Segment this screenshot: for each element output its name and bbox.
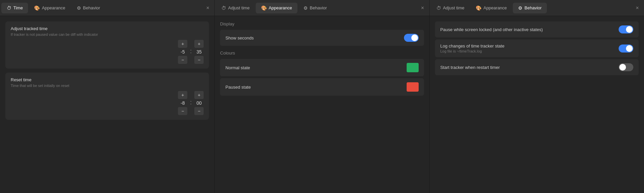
show-seconds-knob xyxy=(411,34,418,41)
tab-behavior-3[interactable]: ⚙ Behavior xyxy=(513,3,547,13)
paused-state-color[interactable] xyxy=(407,82,419,92)
hours-value-1: -5 xyxy=(178,49,187,55)
panel-behavior: ⏱ Adjust time 🎨 Appearance ⚙ Behavior × … xyxy=(430,0,644,193)
time-icon-2: ⏱ xyxy=(221,5,226,11)
minutes-stepper-2: + 00 − xyxy=(194,91,204,115)
hours-increment-2[interactable]: + xyxy=(178,91,187,99)
panel-time: ⏱ Time 🎨 Appearance ⚙ Behavior × Adjust … xyxy=(0,0,215,193)
minutes-decrement-2[interactable]: − xyxy=(194,107,204,115)
minutes-value-1: 35 xyxy=(194,49,204,55)
panel3-content: Pause while screen locked (and other ina… xyxy=(430,16,644,193)
tab-behavior-1-label: Behavior xyxy=(83,5,100,10)
start-tracker-restart-text: Start tracker when restart timer xyxy=(440,65,500,70)
show-seconds-toggle[interactable] xyxy=(404,34,419,42)
appearance-icon-1: 🎨 xyxy=(34,5,40,11)
tab-appearance-3-label: Appearance xyxy=(483,5,507,10)
tab-bar-2: ⏱ Adjust time 🎨 Appearance ⚙ Behavior × xyxy=(215,0,429,16)
log-changes-sublabel: Log file is ~/timeTrack.log xyxy=(440,49,504,53)
reset-time-title: Reset time xyxy=(11,77,204,82)
behavior-icon-2: ⚙ xyxy=(303,5,308,11)
log-changes-row: Log changes of time tracker state Log fi… xyxy=(435,39,639,57)
reset-time-card: Reset time Time that will be set initial… xyxy=(5,73,209,120)
tab-behavior-3-label: Behavior xyxy=(524,5,542,10)
close-button-1[interactable]: × xyxy=(204,4,212,12)
log-changes-toggle[interactable] xyxy=(619,44,633,53)
start-tracker-restart-toggle[interactable] xyxy=(619,63,633,71)
time-sep-1: : xyxy=(190,48,192,55)
log-changes-label: Log changes of time tracker state xyxy=(440,43,504,49)
time-icon: ⏱ xyxy=(7,5,11,11)
minutes-increment-1[interactable]: + xyxy=(194,40,204,48)
tab-behavior-2[interactable]: ⚙ Behavior xyxy=(298,3,332,13)
start-tracker-restart-knob xyxy=(619,64,626,71)
pause-screen-locked-label: Pause while screen locked (and other ina… xyxy=(440,27,543,32)
tab-behavior-2-label: Behavior xyxy=(310,5,327,10)
adjust-time-controls: + -5 − : + 35 − xyxy=(11,40,204,64)
minutes-increment-2[interactable]: + xyxy=(194,91,204,99)
start-tracker-restart-label: Start tracker when restart timer xyxy=(440,65,500,70)
tab-appearance-2[interactable]: 🎨 Appearance xyxy=(256,3,297,13)
hours-stepper-1: + -5 − xyxy=(178,40,187,64)
start-tracker-restart-row: Start tracker when restart timer xyxy=(435,59,639,75)
log-changes-text: Log changes of time tracker state Log fi… xyxy=(440,43,504,53)
reset-time-controls: + -8 − : + 00 − xyxy=(11,91,204,115)
tab-adjust-3[interactable]: ⏱ Adjust time xyxy=(431,3,470,13)
pause-screen-locked-knob xyxy=(626,26,633,33)
paused-state-label: Paused state xyxy=(225,85,251,90)
tab-bar-1: ⏱ Time 🎨 Appearance ⚙ Behavior × xyxy=(0,0,214,16)
tab-appearance-1-label: Appearance xyxy=(42,5,65,10)
display-section-label: Display xyxy=(220,21,424,26)
pause-screen-locked-text: Pause while screen locked (and other ina… xyxy=(440,27,543,32)
tab-adjust-2-label: Adjust time xyxy=(228,5,249,10)
log-changes-knob xyxy=(626,45,633,52)
pause-screen-locked-row: Pause while screen locked (and other ina… xyxy=(435,21,639,37)
hours-increment-1[interactable]: + xyxy=(178,40,187,48)
panel1-content: Adjust tracked time If tracker is not pa… xyxy=(0,16,214,193)
tab-appearance-2-label: Appearance xyxy=(269,5,292,10)
colours-section: Colours Normal state Paused state xyxy=(220,51,424,96)
colours-section-label: Colours xyxy=(220,51,424,56)
time-icon-3: ⏱ xyxy=(436,5,441,11)
normal-state-row: Normal state xyxy=(220,59,424,76)
show-seconds-row: Show seconds xyxy=(220,30,424,46)
close-button-2[interactable]: × xyxy=(419,4,427,12)
reset-time-subtitle: Time that will be set initially on reset xyxy=(11,84,204,88)
adjust-tracked-subtitle: If tracker is not paused value can be di… xyxy=(11,32,204,36)
tab-behavior-1[interactable]: ⚙ Behavior xyxy=(71,3,105,13)
tab-appearance-1[interactable]: 🎨 Appearance xyxy=(29,3,70,13)
minutes-value-2: 00 xyxy=(194,100,204,106)
normal-state-label: Normal state xyxy=(225,65,250,70)
close-button-3[interactable]: × xyxy=(633,4,641,12)
appearance-icon-2: 🎨 xyxy=(261,5,267,11)
behavior-icon-1: ⚙ xyxy=(77,5,81,11)
normal-state-color[interactable] xyxy=(407,63,419,72)
tab-time-label: Time xyxy=(13,5,23,10)
appearance-icon-3: 🎨 xyxy=(476,5,481,11)
time-sep-2: : xyxy=(190,99,192,106)
tab-adjust-2[interactable]: ⏱ Adjust time xyxy=(216,3,255,13)
hours-stepper-2: + -8 − xyxy=(178,91,187,115)
hours-decrement-1[interactable]: − xyxy=(178,56,187,64)
hours-value-2: -8 xyxy=(178,100,187,106)
minutes-decrement-1[interactable]: − xyxy=(194,56,204,64)
adjust-tracked-title: Adjust tracked time xyxy=(11,26,204,31)
panel-appearance: ⏱ Adjust time 🎨 Appearance ⚙ Behavior × … xyxy=(215,0,429,193)
show-seconds-label: Show seconds xyxy=(225,35,254,40)
tab-bar-3: ⏱ Adjust time 🎨 Appearance ⚙ Behavior × xyxy=(430,0,644,16)
tab-time[interactable]: ⏱ Time xyxy=(1,3,28,13)
panel2-content: Display Show seconds Colours Normal stat… xyxy=(215,16,429,193)
tab-adjust-3-label: Adjust time xyxy=(443,5,464,10)
pause-screen-locked-toggle[interactable] xyxy=(619,25,633,33)
tab-appearance-3[interactable]: 🎨 Appearance xyxy=(470,3,512,13)
minutes-stepper-1: + 35 − xyxy=(194,40,204,64)
hours-decrement-2[interactable]: − xyxy=(178,107,187,115)
adjust-tracked-time-card: Adjust tracked time If tracker is not pa… xyxy=(5,21,209,69)
behavior-icon-3: ⚙ xyxy=(518,5,522,11)
paused-state-row: Paused state xyxy=(220,78,424,96)
